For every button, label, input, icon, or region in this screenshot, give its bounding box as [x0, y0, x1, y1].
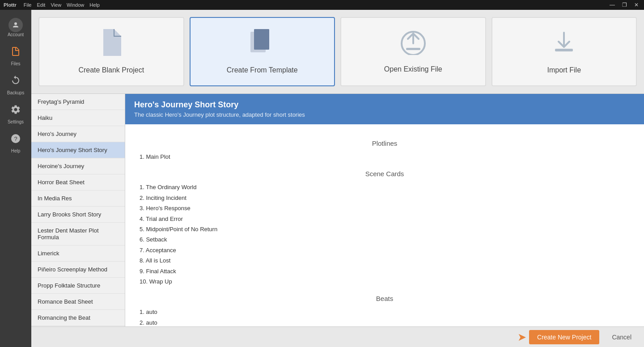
lower-area: Freytag's Pyramid Haiku Hero's Journey ➤… — [31, 93, 644, 326]
sidebar-backups-label: Backups — [7, 90, 24, 95]
template-item-freytags[interactable]: Freytag's Pyramid — [31, 94, 125, 110]
from-template-icon — [250, 29, 275, 61]
menu-help[interactable]: Help — [89, 2, 100, 8]
svg-rect-6 — [406, 48, 420, 50]
minimize-button[interactable]: — — [608, 2, 617, 8]
scene-card-6: 6. Setback — [136, 234, 633, 245]
svg-rect-7 — [555, 49, 573, 51]
sidebar-item-settings[interactable]: Settings — [0, 100, 31, 129]
menu-bar: File Edit View Window Help — [24, 2, 100, 8]
menu-edit[interactable]: Edit — [37, 2, 45, 8]
sidebar-settings-label: Settings — [8, 119, 24, 124]
option-blank-project[interactable]: Create Blank Project — [38, 17, 184, 86]
open-file-label: Open Existing File — [384, 65, 442, 73]
svg-rect-5 — [254, 29, 269, 50]
sidebar-item-backups[interactable]: Backups — [0, 71, 31, 100]
scene-card-4: 4. Trial and Error — [136, 214, 633, 224]
menu-view[interactable]: View — [51, 2, 61, 8]
template-title: Hero's Journey Short Story — [134, 100, 635, 110]
scene-card-5: 5. Midpoint/Point of No Return — [136, 224, 633, 234]
menu-file[interactable]: File — [24, 2, 32, 8]
beat-1: 1. auto — [136, 307, 633, 317]
beat-2: 2. auto — [136, 317, 633, 326]
create-new-project-button[interactable]: Create New Project — [529, 330, 599, 344]
bottom-bar: ➤ Create New Project Cancel — [31, 326, 644, 347]
arrow-row: ➤ Create New Project — [517, 330, 602, 344]
template-item-propp[interactable]: Propp Folktale Structure — [31, 278, 125, 294]
svg-text:?: ? — [14, 135, 17, 142]
template-item-romance-beat[interactable]: Romance Beat Sheet — [31, 294, 125, 310]
template-item-heroines-journey[interactable]: Heroine's Journey — [31, 158, 125, 174]
blank-project-icon — [100, 29, 123, 61]
titlebar: Plottr File Edit View Window Help — ❐ ✕ — [0, 0, 644, 10]
template-item-heros-journey[interactable]: Hero's Journey — [31, 126, 125, 142]
template-item-romancing-beat[interactable]: Romancing the Beat — [31, 310, 125, 326]
scene-card-3: 3. Hero's Response — [136, 203, 633, 213]
cancel-button[interactable]: Cancel — [606, 330, 637, 344]
sidebar-help-label: Help — [11, 148, 21, 153]
sidebar-item-files[interactable]: Files — [0, 42, 31, 71]
scene-cards-heading: Scene Cards — [136, 170, 633, 178]
template-list: Freytag's Pyramid Haiku Hero's Journey ➤… — [31, 94, 125, 326]
main-content: Create Blank Project Create From Templat… — [31, 10, 644, 347]
scene-card-8: 8. All is Lost — [136, 255, 633, 266]
menu-window[interactable]: Window — [67, 2, 84, 8]
template-item-in-media-res[interactable]: In Media Res — [31, 190, 125, 207]
beats-heading: Beats — [136, 295, 633, 302]
scene-card-10: 10. Wrap Up — [136, 276, 633, 287]
close-button[interactable]: ✕ — [632, 2, 640, 8]
sidebar-item-account[interactable]: Account — [0, 13, 31, 42]
import-file-label: Import File — [547, 66, 581, 74]
window-controls: — ❐ ✕ — [608, 2, 640, 8]
template-item-lester-dent[interactable]: Lester Dent Master Plot Formula — [31, 223, 125, 245]
template-item-haiku[interactable]: Haiku — [31, 110, 125, 126]
plotlines-heading: Plotlines — [136, 140, 633, 147]
titlebar-left: Plottr File Edit View Window Help — [4, 2, 100, 8]
scene-card-2: 2. Inciting Incident — [136, 193, 633, 203]
template-item-larry-brooks[interactable]: Larry Brooks Short Story — [31, 207, 125, 223]
sidebar-item-help[interactable]: ? Help — [0, 129, 31, 158]
blank-project-label: Create Blank Project — [78, 66, 144, 74]
template-subtitle: The classic Hero's Journey plot structur… — [134, 111, 635, 118]
maximize-button[interactable]: ❐ — [620, 2, 629, 8]
svg-point-0 — [14, 22, 17, 25]
option-import-file[interactable]: Import File — [491, 17, 637, 86]
from-template-label: Create From Template — [227, 66, 298, 74]
template-item-horror-beat-sheet[interactable]: Horror Beat Sheet — [31, 174, 125, 190]
template-item-pineiro[interactable]: Piñeiro Screenplay Method — [31, 262, 125, 278]
app-name: Plottr — [4, 2, 17, 8]
settings-icon — [10, 104, 21, 118]
backups-icon — [10, 75, 21, 89]
template-item-heros-journey-short[interactable]: ➤ Hero's Journey Short Story — [31, 142, 125, 158]
import-file-icon — [551, 29, 577, 61]
template-body: Plotlines 1. Main Plot Scene Cards 1. Th… — [125, 124, 644, 326]
scene-card-9: 9. Final Attack — [136, 266, 633, 276]
sidebar: Account Files Backups Settings ? Help — [0, 10, 31, 347]
help-icon: ? — [10, 133, 21, 147]
sidebar-account-label: Account — [8, 32, 24, 37]
scene-card-1: 1. The Ordinary World — [136, 182, 633, 192]
files-icon — [10, 46, 21, 59]
template-header: Hero's Journey Short Story The classic H… — [125, 94, 644, 124]
top-options: Create Blank Project Create From Templat… — [31, 10, 644, 93]
scene-card-7: 7. Acceptance — [136, 245, 633, 255]
create-arrow-icon: ➤ — [517, 331, 526, 343]
sidebar-files-label: Files — [11, 61, 20, 66]
template-detail: Hero's Journey Short Story The classic H… — [125, 94, 644, 326]
template-item-limerick[interactable]: Limerick — [31, 245, 125, 262]
open-file-icon — [400, 30, 427, 60]
option-open-file[interactable]: Open Existing File — [340, 17, 486, 86]
main-plot-heading: 1. Main Plot — [136, 152, 633, 162]
option-from-template[interactable]: Create From Template — [190, 17, 335, 86]
account-avatar — [8, 18, 23, 32]
